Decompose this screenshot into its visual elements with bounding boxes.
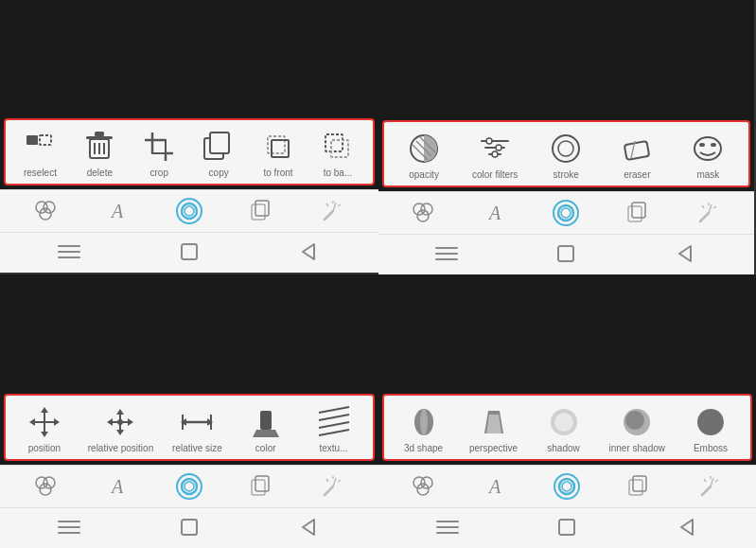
svg-rect-60 xyxy=(628,206,642,221)
tool-reselect[interactable]: reselect xyxy=(15,130,64,178)
tool-position[interactable]: position xyxy=(20,405,69,453)
svg-line-107 xyxy=(338,480,341,482)
svg-line-95 xyxy=(319,430,349,435)
tool-mask[interactable]: mask xyxy=(683,132,732,180)
wand-icon-q3[interactable] xyxy=(320,473,346,500)
text-icon-q2[interactable]: A xyxy=(482,200,508,226)
tool-emboss[interactable]: Emboss xyxy=(686,405,735,453)
svg-line-134 xyxy=(715,480,718,482)
tool-copy[interactable]: copy xyxy=(194,130,243,178)
wand-icon[interactable] xyxy=(320,198,346,224)
toolbar-icons-q1: reselect delete xyxy=(11,130,367,178)
menu-icon-q2[interactable] xyxy=(433,240,460,267)
tool-to-back[interactable]: to ba... xyxy=(313,130,362,178)
bottom-bar-q2: A xyxy=(378,191,755,234)
position-label: position xyxy=(28,443,61,453)
toolbar-q4: 3d shape perspective xyxy=(382,394,753,461)
svg-point-101 xyxy=(185,482,194,491)
back-icon-q3[interactable] xyxy=(295,514,322,540)
dark-area-q3 xyxy=(0,274,378,391)
tool-inner-shadow[interactable]: inner shadow xyxy=(609,405,665,453)
svg-marker-91 xyxy=(253,430,279,437)
quadrant-bottom-left: position relative position xyxy=(0,274,378,549)
duplicate-icon-q2[interactable] xyxy=(624,200,651,226)
svg-line-64 xyxy=(702,205,704,208)
tool-texture[interactable]: textu... xyxy=(309,405,359,453)
tool-to-front[interactable]: to front xyxy=(254,130,303,178)
tool-eraser[interactable]: eraser xyxy=(612,132,661,180)
svg-point-125 xyxy=(417,484,429,495)
tool-shadow[interactable]: shadow xyxy=(539,405,589,453)
tool-perspective[interactable]: perspective xyxy=(469,405,519,453)
duplicate-icon-q3[interactable] xyxy=(248,473,274,500)
menu-icon[interactable] xyxy=(56,239,82,265)
to-back-icon xyxy=(321,130,355,164)
inner-shadow-label: inner shadow xyxy=(609,443,665,453)
square-icon-q2[interactable] xyxy=(553,240,579,267)
svg-marker-76 xyxy=(29,418,35,426)
wand-icon-q4[interactable] xyxy=(697,473,724,500)
tool-crop[interactable]: crop xyxy=(134,130,184,178)
square-icon[interactable] xyxy=(176,239,202,265)
back-icon-q4[interactable] xyxy=(674,514,700,540)
svg-marker-80 xyxy=(116,409,124,415)
tool-stroke[interactable]: stroke xyxy=(541,132,590,180)
layers-icon-q2[interactable] xyxy=(410,200,436,226)
to-front-label: to front xyxy=(264,168,293,178)
svg-point-121 xyxy=(625,411,644,430)
3d-shape-label: 3d shape xyxy=(404,443,443,453)
back-icon[interactable] xyxy=(295,239,322,265)
emboss-icon xyxy=(694,405,728,439)
quadrant-top-right: opacity color filters xyxy=(378,0,757,274)
svg-rect-61 xyxy=(632,203,645,218)
menu-icon-q4[interactable] xyxy=(434,514,461,540)
layers-icon-q4[interactable] xyxy=(410,473,436,500)
svg-rect-49 xyxy=(624,141,649,160)
shape-icon-active-q3[interactable] xyxy=(176,473,202,500)
square-icon-q4[interactable] xyxy=(554,514,580,540)
menu-icon-q3[interactable] xyxy=(56,514,82,540)
svg-rect-70 xyxy=(558,246,573,261)
text-icon[interactable]: A xyxy=(104,198,131,224)
svg-point-59 xyxy=(561,208,571,218)
mask-label: mask xyxy=(696,169,719,180)
bottom-row2-q4 xyxy=(378,507,757,548)
svg-point-84 xyxy=(117,419,123,425)
back-icon-q2[interactable] xyxy=(672,240,698,267)
bottom-bar-q3: A xyxy=(0,465,378,507)
duplicate-icon-q4[interactable] xyxy=(625,473,652,500)
svg-point-52 xyxy=(699,143,705,147)
shape-icon-active-q2[interactable] xyxy=(553,200,579,226)
toolbar-icons-q4: 3d shape perspective xyxy=(390,405,746,453)
tool-3d-shape[interactable]: 3d shape xyxy=(399,405,448,453)
svg-marker-82 xyxy=(107,418,113,426)
tool-delete[interactable]: delete xyxy=(75,130,124,178)
svg-rect-15 xyxy=(268,136,285,153)
svg-rect-112 xyxy=(182,520,197,535)
copy-label: copy xyxy=(209,168,229,178)
color-filters-icon xyxy=(478,132,512,166)
tool-relative-position[interactable]: relative position xyxy=(88,405,153,453)
duplicate-icon[interactable] xyxy=(248,198,274,224)
layers-icon[interactable] xyxy=(32,198,59,224)
text-icon-q4[interactable]: A xyxy=(482,473,508,500)
stroke-label: stroke xyxy=(554,169,579,180)
color-icon xyxy=(249,405,283,439)
shape-icon-active-q4[interactable] xyxy=(554,473,580,500)
bottom-row2-q2 xyxy=(378,234,755,274)
svg-line-106 xyxy=(326,479,328,482)
svg-rect-0 xyxy=(26,135,38,145)
tool-opacity[interactable]: opacity xyxy=(399,132,448,180)
tool-color[interactable]: color xyxy=(241,405,290,453)
svg-point-97 xyxy=(44,477,55,488)
svg-marker-36 xyxy=(303,244,314,259)
layers-icon-q3[interactable] xyxy=(32,473,59,500)
wand-icon-q2[interactable] xyxy=(695,200,722,226)
quadrant-top-left: reselect delete xyxy=(0,0,378,274)
square-icon-q3[interactable] xyxy=(176,514,202,540)
tool-color-filters[interactable]: color filters xyxy=(470,132,519,180)
shape-icon-active[interactable] xyxy=(176,198,202,224)
text-icon-q3[interactable]: A xyxy=(104,473,131,500)
toolbar-icons-q3: position relative position xyxy=(11,405,367,453)
tool-relative-size[interactable]: relative size xyxy=(172,405,222,453)
